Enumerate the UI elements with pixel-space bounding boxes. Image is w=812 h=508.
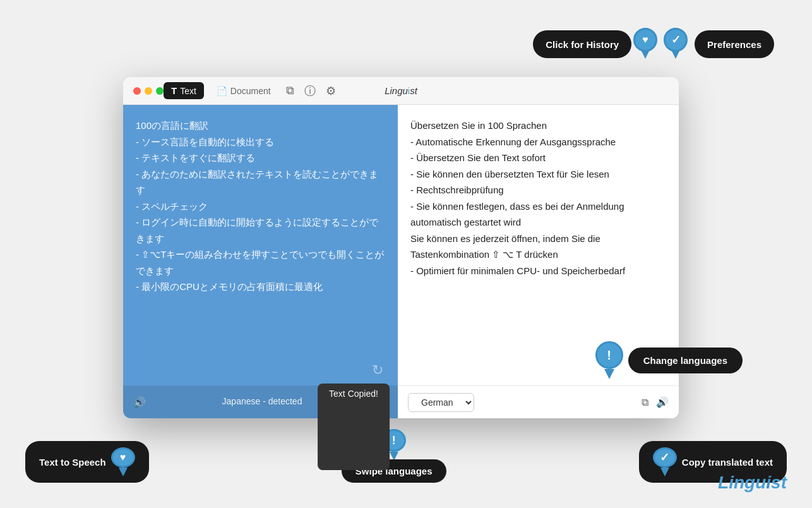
tts-pin: ♥ <box>111 447 135 476</box>
text-tab-icon: T <box>171 85 177 96</box>
copy-pin-tail <box>660 468 669 476</box>
copy-icon-button[interactable]: ⧉ <box>284 82 297 100</box>
document-tab-label: Document <box>230 86 271 96</box>
window-controls <box>133 87 164 95</box>
source-panel: 100の言語に翻訳 - ソース言語を自動的に検出する - テキストをすぐに翻訳す… <box>123 105 398 418</box>
window-header: Linguist T Text 📄 Document ⧉ ⓘ ⚙ <box>123 77 679 105</box>
bottom-callouts: Text to Speech ♥ ! Swipe languages ✓ <box>0 429 812 483</box>
history-label: Click for History <box>546 39 619 50</box>
preferences-pin: ✓ <box>662 28 690 61</box>
change-lang-pin-circle: ! <box>595 341 623 369</box>
tts-pin-tail <box>119 468 128 476</box>
brand-i: i <box>766 473 771 492</box>
target-footer: German ⧉ 🔊 <box>398 385 679 418</box>
text-to-speech-pill[interactable]: Text to Speech ♥ <box>25 441 149 483</box>
brand-lingu: Lingu <box>718 473 766 492</box>
preferences-label: Preferences <box>707 39 761 50</box>
copy-pin: ✓ <box>653 447 677 476</box>
title-st: st <box>410 85 417 96</box>
source-speaker-button[interactable]: 🔊 <box>133 396 146 408</box>
preferences-pin-circle: ✓ <box>664 28 688 52</box>
top-toolbar: Click for History ♥ ✓ Preferences <box>533 28 774 61</box>
change-lang-tail <box>604 369 614 379</box>
check-icon-copy: ✓ <box>660 451 669 464</box>
tts-pin-circle: ♥ <box>111 447 135 468</box>
target-copy-button[interactable]: ⧉ <box>642 397 648 408</box>
target-footer-icons: ⧉ 🔊 <box>642 396 669 408</box>
target-speaker-button[interactable]: 🔊 <box>656 396 669 408</box>
text-tab[interactable]: T Text <box>164 82 204 99</box>
preferences-pin-tail <box>672 51 679 59</box>
detected-language: Japanese - detected <box>222 394 302 409</box>
change-languages-label: Change languages <box>643 355 727 366</box>
check-icon-prefs: ✓ <box>671 33 681 47</box>
header-inner: Linguist T Text 📄 Document ⧉ ⓘ ⚙ <box>133 81 669 101</box>
heart-icon-tts: ♥ <box>120 452 126 463</box>
copy-label: Copy translated text <box>682 457 773 468</box>
source-text[interactable]: 100の言語に翻訳 - ソース言語を自動的に検出する - テキストをすぐに翻訳す… <box>136 118 385 295</box>
history-pin-tail <box>642 51 649 59</box>
text-copied-label: Text Copied! <box>329 389 378 399</box>
text-to-speech-callout: Text to Speech ♥ <box>25 445 149 483</box>
window-title: Linguist <box>385 85 417 96</box>
text-copied-tooltip: Text Copied! <box>318 384 390 470</box>
refresh-icon: ↻ <box>372 358 383 382</box>
settings-icon-button[interactable]: ⚙ <box>323 82 338 100</box>
info-icon-button[interactable]: ⓘ <box>302 81 318 101</box>
maximize-window-button[interactable] <box>156 87 164 95</box>
target-text[interactable]: Übersetzen Sie in 100 Sprachen - Automat… <box>410 118 666 279</box>
target-language-selector[interactable]: German <box>408 393 474 412</box>
tts-label: Text to Speech <box>39 457 106 468</box>
heart-icon: ♥ <box>642 34 648 45</box>
document-tab[interactable]: 📄 Document <box>209 83 278 99</box>
history-button[interactable]: Click for History <box>533 30 631 58</box>
branding-logo: Linguist <box>718 473 787 493</box>
history-pin: ♥ <box>631 28 659 61</box>
change-languages-button[interactable]: Change languages <box>628 348 743 373</box>
refresh-button[interactable]: ↻ <box>367 360 388 380</box>
exclaim-icon-change-lang: ! <box>607 348 611 363</box>
title-ling: Lingu <box>385 85 408 96</box>
history-pin-circle: ♥ <box>633 28 657 52</box>
close-window-button[interactable] <box>133 87 141 95</box>
change-lang-pin: ! <box>595 341 623 379</box>
toolbar-right: T Text 📄 Document ⧉ ⓘ ⚙ <box>164 81 338 101</box>
minimize-window-button[interactable] <box>145 87 152 95</box>
change-languages-popup: ! Change languages <box>595 341 743 379</box>
brand-st: st <box>771 473 787 492</box>
document-tab-icon: 📄 <box>217 86 227 96</box>
text-tab-label: Text <box>180 86 196 96</box>
copy-pin-circle: ✓ <box>653 447 677 468</box>
exclaim-icon-swipe: ! <box>392 434 396 447</box>
preferences-button[interactable]: Preferences <box>695 30 774 58</box>
